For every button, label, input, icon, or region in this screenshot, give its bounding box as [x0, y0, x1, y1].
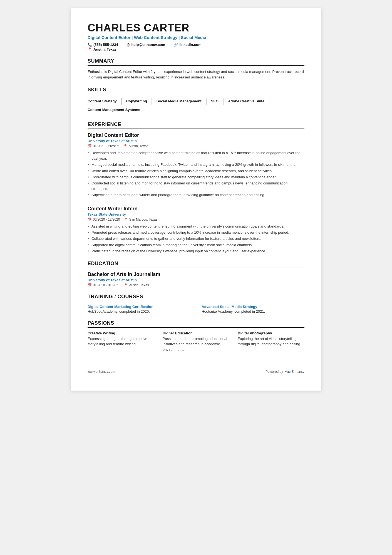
training-section: TRAINING / COURSES Digital Content Marke… — [88, 294, 304, 314]
linkedin-value: linkedin.com — [179, 43, 201, 47]
passions-container: Creative Writing Expressing thoughts thr… — [88, 331, 304, 352]
powered-by-label: Powered by — [266, 370, 283, 374]
edu-meta: 📅 01/2018 - 01/2021 📍 Austin, Texas — [88, 283, 304, 287]
passion-item: Digital Photography Exploring the art of… — [238, 331, 304, 352]
passions-heading: PASSIONS — [88, 320, 304, 328]
candidate-title: Digital Content Editor | Web Content Str… — [88, 35, 304, 40]
header: CHARLES CARTER Digital Content Editor | … — [88, 22, 304, 51]
bullet-item: Conducted social listening and monitorin… — [88, 181, 304, 192]
email-icon: @ — [126, 43, 130, 47]
job-title: Digital Content Editor — [88, 132, 304, 138]
skills-section: SKILLS Content StrategyCopywritingSocial… — [88, 87, 304, 115]
enhancv-logo: Enhancv — [285, 369, 304, 374]
brand-name: Enhancv — [291, 370, 304, 374]
resume-page: CHARLES CARTER Digital Content Editor | … — [71, 8, 321, 391]
contact-row: 📞 (555) 555-1234 @ help@enhancv.com 🔗 li… — [88, 43, 304, 47]
training-heading: TRAINING / COURSES — [88, 294, 304, 301]
link-icon: 🔗 — [173, 43, 178, 47]
training-sub: HubSpot Academy, completed in 2020. — [88, 309, 190, 314]
location-icon: 📍 — [124, 218, 128, 221]
bullet-item: Supervised a team of student writers and… — [88, 192, 304, 198]
phone-value: (555) 555-1234 — [93, 43, 118, 47]
summary-section: SUMMARY Enthusiastic Digital Content Edi… — [88, 58, 304, 80]
training-sub: Hootsuite Academy, completed in 2021. — [202, 309, 304, 314]
passion-desc: Passionate about promoting educational i… — [163, 336, 229, 352]
job-entry: Content Writer Intern Texas State Univer… — [88, 206, 304, 254]
bullet-item: Assisted in writing and editing web cont… — [88, 224, 304, 229]
edu-entry: Bachelor of Arts in Journalism Universit… — [88, 272, 304, 287]
job-meta: 📅 06/2020 - 12/2020 📍 San Marcos, Texas — [88, 218, 304, 221]
education-heading: EDUCATION — [88, 261, 304, 268]
passion-title: Creative Writing — [88, 331, 154, 335]
footer-brand: Powered by Enhancv — [266, 369, 304, 374]
skills-list: Content StrategyCopywritingSocial Media … — [88, 98, 304, 115]
email-value: help@enhancv.com — [132, 43, 165, 47]
skill-item: SEO — [211, 98, 224, 105]
edu-container: Bachelor of Arts in Journalism Universit… — [88, 272, 304, 287]
edu-date: 📅 01/2018 - 01/2021 — [88, 283, 120, 287]
bullet-item: Developed and implemented comprehensive … — [88, 150, 304, 161]
bullet-item: Collaborated with various departments to… — [88, 236, 304, 241]
skills-heading: SKILLS — [88, 87, 304, 94]
summary-heading: SUMMARY — [88, 58, 304, 66]
phone-contact: 📞 (555) 555-1234 — [88, 43, 118, 47]
bullet-item: Participated in the redesign of the univ… — [88, 248, 304, 254]
skill-item: Adobe Creative Suite — [228, 98, 269, 105]
bullet-item: Promoted press releases and media covera… — [88, 230, 304, 235]
jobs-container: Digital Content Editor University of Tex… — [88, 132, 304, 254]
passions-section: PASSIONS Creative Writing Expressing tho… — [88, 320, 304, 352]
job-bullets: Developed and implemented comprehensive … — [88, 150, 304, 198]
passion-item: Higher Education Passionate about promot… — [163, 331, 229, 352]
job-company: Texas State University — [88, 212, 304, 216]
training-title: Digital Content Marketing Certification — [88, 305, 190, 309]
summary-text: Enthusiastic Digital Content Editor with… — [88, 69, 304, 80]
footer: www.enhancv.com Powered by Enhancv — [88, 366, 304, 374]
passion-desc: Exploring the art of visual storytelling… — [238, 336, 304, 347]
enhancv-logo-icon — [285, 369, 291, 374]
job-bullets: Assisted in writing and editing web cont… — [88, 224, 304, 254]
skill-item: Content Management Systems — [88, 106, 145, 113]
edu-location: 📍 Austin, Texas — [124, 283, 149, 287]
job-entry: Digital Content Editor University of Tex… — [88, 132, 304, 198]
location-icon: 📍 — [124, 283, 128, 287]
location-contact: 📍 Austin, Texas — [88, 47, 117, 51]
linkedin-contact: 🔗 linkedin.com — [173, 43, 201, 47]
passion-title: Digital Photography — [238, 331, 304, 335]
email-contact: @ help@enhancv.com — [126, 43, 165, 47]
skill-item: Copywriting — [126, 98, 152, 105]
training-item: Advanced Social Media Strategy Hootsuite… — [202, 305, 304, 314]
training-container: Digital Content Marketing Certification … — [88, 305, 304, 314]
passion-desc: Expressing thoughts through creative sto… — [88, 336, 154, 347]
bullet-item: Coordinated with campus communications s… — [88, 174, 304, 180]
training-title: Advanced Social Media Strategy — [202, 305, 304, 309]
education-section: EDUCATION Bachelor of Arts in Journalism… — [88, 261, 304, 287]
experience-section: EXPERIENCE Digital Content Editor Univer… — [88, 122, 304, 254]
location-icon: 📍 — [88, 47, 92, 51]
bullet-item: Managed social media channels, including… — [88, 162, 304, 167]
job-date: 📅 01/2021 - Present — [88, 144, 119, 148]
job-company: University of Texas at Austin — [88, 139, 304, 143]
job-meta: 📅 01/2021 - Present 📍 Austin, Texas — [88, 144, 304, 148]
job-location: 📍 Austin, Texas — [123, 144, 148, 148]
passion-title: Higher Education — [163, 331, 229, 335]
job-date: 📅 06/2020 - 12/2020 — [88, 218, 120, 221]
phone-icon: 📞 — [88, 43, 92, 47]
location-row: 📍 Austin, Texas — [88, 47, 304, 51]
location-value: Austin, Texas — [93, 47, 117, 51]
bullet-item: Wrote and edited over 100 feature articl… — [88, 168, 304, 174]
job-location: 📍 San Marcos, Texas — [124, 218, 157, 221]
training-item: Digital Content Marketing Certification … — [88, 305, 190, 314]
calendar-icon: 📅 — [88, 144, 92, 148]
bullet-item: Supported the digital communications tea… — [88, 242, 304, 248]
footer-url: www.enhancv.com — [88, 370, 115, 374]
passion-item: Creative Writing Expressing thoughts thr… — [88, 331, 154, 352]
candidate-name: CHARLES CARTER — [88, 22, 304, 34]
calendar-icon: 📅 — [88, 218, 92, 221]
experience-heading: EXPERIENCE — [88, 122, 304, 129]
job-title: Content Writer Intern — [88, 206, 304, 212]
edu-degree: Bachelor of Arts in Journalism — [88, 272, 304, 277]
calendar-icon: 📅 — [88, 283, 92, 287]
skill-item: Content Strategy — [88, 98, 122, 105]
location-icon: 📍 — [123, 144, 127, 148]
edu-school: University of Texas at Austin — [88, 278, 304, 282]
